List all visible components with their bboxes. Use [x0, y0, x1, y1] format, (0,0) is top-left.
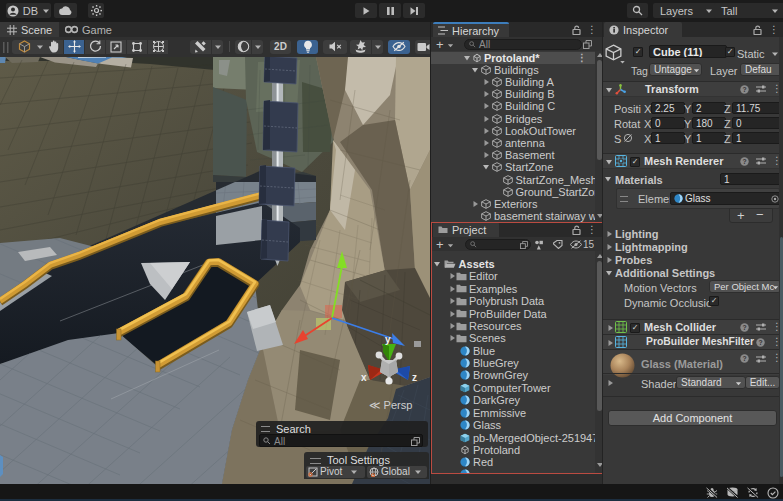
svg-text:?: ? — [743, 85, 747, 92]
svg-text:?: ? — [743, 157, 747, 164]
svg-text:x: x — [361, 372, 367, 383]
svg-text:?: ? — [759, 338, 763, 345]
svg-text:≪ Persp: ≪ Persp — [369, 399, 412, 411]
svg-text:?: ? — [743, 355, 747, 362]
svg-text:y: y — [385, 334, 391, 345]
svg-text:z: z — [412, 372, 417, 383]
svg-text:?: ? — [743, 323, 747, 330]
